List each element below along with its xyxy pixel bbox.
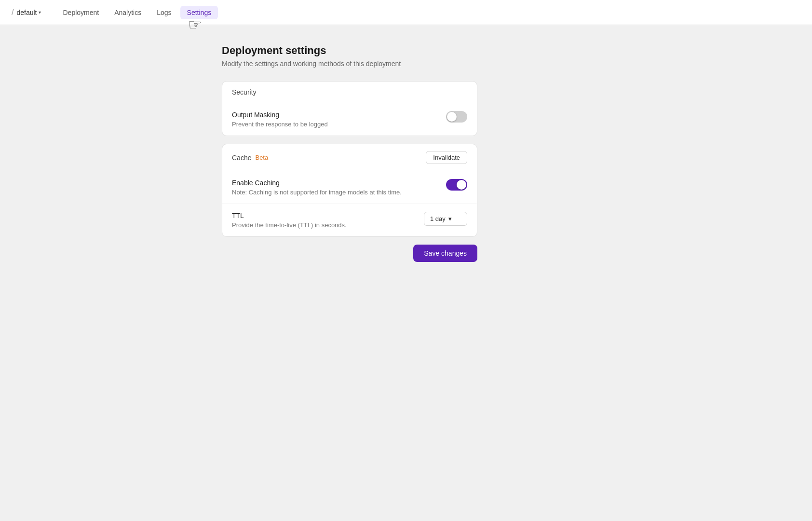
cache-card-header: Cache Beta Invalidate	[222, 144, 477, 171]
security-card: Security Output Masking Prevent the resp…	[222, 81, 477, 136]
enable-caching-info: Enable Caching Note: Caching is not supp…	[232, 179, 438, 196]
save-changes-button[interactable]: Save changes	[413, 245, 477, 262]
output-masking-label: Output Masking	[232, 111, 438, 119]
nav-tabs: Deployment Analytics Logs Settings	[56, 6, 218, 19]
output-masking-row: Output Masking Prevent the response to b…	[222, 103, 477, 136]
cache-header-label: Cache	[232, 154, 251, 162]
breadcrumb: / default ▾	[12, 8, 41, 17]
top-bar: / default ▾ Deployment Analytics Logs Se…	[0, 0, 812, 25]
breadcrumb-label: default	[16, 9, 37, 16]
breadcrumb-default[interactable]: default ▾	[16, 9, 41, 16]
ttl-selected-value: 1 day	[430, 215, 446, 222]
tab-deployment[interactable]: Deployment	[56, 6, 106, 19]
save-btn-row: Save changes	[222, 245, 477, 262]
beta-badge: Beta	[255, 154, 268, 161]
tab-analytics[interactable]: Analytics	[108, 6, 148, 19]
page-subtitle: Modify the settings and working methods …	[222, 60, 812, 68]
breadcrumb-slash: /	[12, 8, 14, 17]
enable-caching-label: Enable Caching	[232, 179, 438, 187]
main-content: Deployment settings Modify the settings …	[0, 25, 812, 281]
page-title: Deployment settings	[222, 44, 812, 57]
security-header-label: Security	[232, 88, 257, 96]
ttl-info: TTL Provide the time-to-live (TTL) in se…	[232, 212, 416, 229]
security-card-header: Security	[222, 82, 477, 103]
output-masking-info: Output Masking Prevent the response to b…	[232, 111, 438, 128]
enable-caching-toggle[interactable]	[446, 179, 467, 191]
invalidate-button[interactable]: Invalidate	[426, 151, 467, 164]
enable-caching-description: Note: Caching is not supported for image…	[232, 189, 438, 196]
ttl-label: TTL	[232, 212, 416, 219]
tab-logs[interactable]: Logs	[150, 6, 178, 19]
ttl-select[interactable]: 1 day ▾	[424, 212, 467, 226]
ttl-chevron-icon: ▾	[448, 215, 452, 222]
output-masking-description: Prevent the response to be logged	[232, 121, 438, 128]
tab-settings[interactable]: Settings	[180, 6, 218, 19]
output-masking-toggle[interactable]	[446, 111, 467, 123]
ttl-description: Provide the time-to-live (TTL) in second…	[232, 221, 416, 229]
ttl-row: TTL Provide the time-to-live (TTL) in se…	[222, 204, 477, 236]
enable-caching-row: Enable Caching Note: Caching is not supp…	[222, 171, 477, 204]
chevron-down-icon: ▾	[39, 10, 41, 15]
cache-card: Cache Beta Invalidate Enable Caching Not…	[222, 144, 477, 237]
cache-header-right: Invalidate	[426, 151, 467, 164]
